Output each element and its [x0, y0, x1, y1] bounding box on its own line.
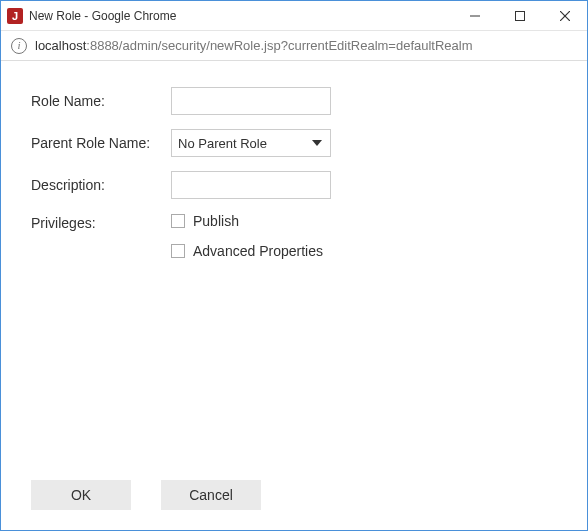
parent-role-label: Parent Role Name:: [31, 135, 161, 151]
maximize-button[interactable]: [497, 1, 542, 30]
advanced-checkbox[interactable]: [171, 244, 185, 258]
privilege-advanced-row: Advanced Properties: [171, 243, 331, 259]
cancel-button[interactable]: Cancel: [161, 480, 261, 510]
advanced-checkbox-label: Advanced Properties: [193, 243, 323, 259]
spacer: [31, 259, 557, 480]
description-input[interactable]: [171, 171, 331, 199]
privileges-label: Privileges:: [31, 213, 161, 231]
publish-checkbox-label: Publish: [193, 213, 239, 229]
ok-button[interactable]: OK: [31, 480, 131, 510]
parent-role-selected: No Parent Role: [178, 136, 267, 151]
minimize-button[interactable]: [452, 1, 497, 30]
window-frame: J New Role - Google Chrome i localhost:8…: [0, 0, 588, 531]
content-area: Role Name: Parent Role Name: No Parent R…: [1, 61, 587, 530]
url-text[interactable]: localhost:8888/admin/security/newRole.js…: [35, 38, 473, 53]
window-controls: [452, 1, 587, 30]
privileges-group: Publish Advanced Properties: [171, 213, 331, 259]
address-bar: i localhost:8888/admin/security/newRole.…: [1, 31, 587, 61]
role-name-label: Role Name:: [31, 93, 161, 109]
privilege-publish-row: Publish: [171, 213, 331, 229]
role-name-input[interactable]: [171, 87, 331, 115]
info-icon[interactable]: i: [11, 38, 27, 54]
description-label: Description:: [31, 177, 161, 193]
svg-rect-1: [515, 11, 524, 20]
url-path: :8888/admin/security/newRole.jsp?current…: [86, 38, 472, 53]
parent-role-select[interactable]: No Parent Role: [171, 129, 331, 157]
app-icon: J: [7, 8, 23, 24]
button-row: OK Cancel: [31, 480, 557, 516]
close-button[interactable]: [542, 1, 587, 30]
titlebar: J New Role - Google Chrome: [1, 1, 587, 31]
role-form: Role Name: Parent Role Name: No Parent R…: [31, 87, 557, 259]
window-title: New Role - Google Chrome: [29, 9, 452, 23]
chevron-down-icon: [312, 140, 322, 146]
url-host: localhost: [35, 38, 86, 53]
publish-checkbox[interactable]: [171, 214, 185, 228]
